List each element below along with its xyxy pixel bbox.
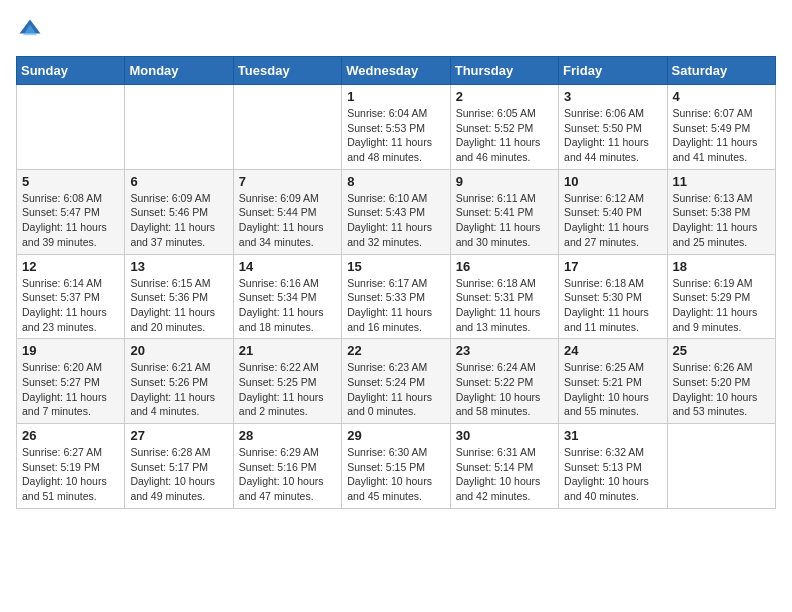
weekday-header-saturday: Saturday <box>667 57 775 85</box>
day-number: 26 <box>22 428 119 443</box>
weekday-header-wednesday: Wednesday <box>342 57 450 85</box>
day-info: Sunrise: 6:07 AM Sunset: 5:49 PM Dayligh… <box>673 106 770 165</box>
day-info: Sunrise: 6:32 AM Sunset: 5:13 PM Dayligh… <box>564 445 661 504</box>
calendar-week-row: 26Sunrise: 6:27 AM Sunset: 5:19 PM Dayli… <box>17 424 776 509</box>
calendar-day-13: 13Sunrise: 6:15 AM Sunset: 5:36 PM Dayli… <box>125 254 233 339</box>
day-number: 4 <box>673 89 770 104</box>
weekday-header-row: SundayMondayTuesdayWednesdayThursdayFrid… <box>17 57 776 85</box>
calendar-day-26: 26Sunrise: 6:27 AM Sunset: 5:19 PM Dayli… <box>17 424 125 509</box>
day-number: 17 <box>564 259 661 274</box>
empty-cell <box>125 85 233 170</box>
calendar-table: SundayMondayTuesdayWednesdayThursdayFrid… <box>16 56 776 509</box>
calendar-day-19: 19Sunrise: 6:20 AM Sunset: 5:27 PM Dayli… <box>17 339 125 424</box>
calendar-day-30: 30Sunrise: 6:31 AM Sunset: 5:14 PM Dayli… <box>450 424 558 509</box>
calendar-day-25: 25Sunrise: 6:26 AM Sunset: 5:20 PM Dayli… <box>667 339 775 424</box>
calendar-day-28: 28Sunrise: 6:29 AM Sunset: 5:16 PM Dayli… <box>233 424 341 509</box>
day-info: Sunrise: 6:30 AM Sunset: 5:15 PM Dayligh… <box>347 445 444 504</box>
day-number: 25 <box>673 343 770 358</box>
day-info: Sunrise: 6:15 AM Sunset: 5:36 PM Dayligh… <box>130 276 227 335</box>
day-number: 20 <box>130 343 227 358</box>
day-info: Sunrise: 6:28 AM Sunset: 5:17 PM Dayligh… <box>130 445 227 504</box>
calendar-day-29: 29Sunrise: 6:30 AM Sunset: 5:15 PM Dayli… <box>342 424 450 509</box>
day-info: Sunrise: 6:29 AM Sunset: 5:16 PM Dayligh… <box>239 445 336 504</box>
empty-cell <box>233 85 341 170</box>
calendar-day-12: 12Sunrise: 6:14 AM Sunset: 5:37 PM Dayli… <box>17 254 125 339</box>
day-number: 18 <box>673 259 770 274</box>
day-info: Sunrise: 6:14 AM Sunset: 5:37 PM Dayligh… <box>22 276 119 335</box>
weekday-header-friday: Friday <box>559 57 667 85</box>
day-number: 11 <box>673 174 770 189</box>
weekday-header-thursday: Thursday <box>450 57 558 85</box>
day-number: 9 <box>456 174 553 189</box>
day-number: 14 <box>239 259 336 274</box>
calendar-week-row: 1Sunrise: 6:04 AM Sunset: 5:53 PM Daylig… <box>17 85 776 170</box>
day-info: Sunrise: 6:18 AM Sunset: 5:30 PM Dayligh… <box>564 276 661 335</box>
calendar-week-row: 12Sunrise: 6:14 AM Sunset: 5:37 PM Dayli… <box>17 254 776 339</box>
calendar-day-2: 2Sunrise: 6:05 AM Sunset: 5:52 PM Daylig… <box>450 85 558 170</box>
logo <box>16 16 48 44</box>
calendar-day-22: 22Sunrise: 6:23 AM Sunset: 5:24 PM Dayli… <box>342 339 450 424</box>
day-info: Sunrise: 6:19 AM Sunset: 5:29 PM Dayligh… <box>673 276 770 335</box>
calendar-week-row: 19Sunrise: 6:20 AM Sunset: 5:27 PM Dayli… <box>17 339 776 424</box>
calendar-day-9: 9Sunrise: 6:11 AM Sunset: 5:41 PM Daylig… <box>450 169 558 254</box>
calendar-day-11: 11Sunrise: 6:13 AM Sunset: 5:38 PM Dayli… <box>667 169 775 254</box>
calendar-day-4: 4Sunrise: 6:07 AM Sunset: 5:49 PM Daylig… <box>667 85 775 170</box>
calendar-day-3: 3Sunrise: 6:06 AM Sunset: 5:50 PM Daylig… <box>559 85 667 170</box>
day-number: 30 <box>456 428 553 443</box>
day-number: 21 <box>239 343 336 358</box>
day-number: 13 <box>130 259 227 274</box>
day-info: Sunrise: 6:11 AM Sunset: 5:41 PM Dayligh… <box>456 191 553 250</box>
day-info: Sunrise: 6:24 AM Sunset: 5:22 PM Dayligh… <box>456 360 553 419</box>
day-info: Sunrise: 6:25 AM Sunset: 5:21 PM Dayligh… <box>564 360 661 419</box>
day-number: 23 <box>456 343 553 358</box>
day-number: 28 <box>239 428 336 443</box>
calendar-day-23: 23Sunrise: 6:24 AM Sunset: 5:22 PM Dayli… <box>450 339 558 424</box>
empty-cell <box>667 424 775 509</box>
day-info: Sunrise: 6:10 AM Sunset: 5:43 PM Dayligh… <box>347 191 444 250</box>
weekday-header-monday: Monday <box>125 57 233 85</box>
day-number: 29 <box>347 428 444 443</box>
day-info: Sunrise: 6:16 AM Sunset: 5:34 PM Dayligh… <box>239 276 336 335</box>
day-info: Sunrise: 6:20 AM Sunset: 5:27 PM Dayligh… <box>22 360 119 419</box>
day-info: Sunrise: 6:09 AM Sunset: 5:46 PM Dayligh… <box>130 191 227 250</box>
day-info: Sunrise: 6:13 AM Sunset: 5:38 PM Dayligh… <box>673 191 770 250</box>
weekday-header-tuesday: Tuesday <box>233 57 341 85</box>
day-number: 5 <box>22 174 119 189</box>
day-number: 12 <box>22 259 119 274</box>
calendar-week-row: 5Sunrise: 6:08 AM Sunset: 5:47 PM Daylig… <box>17 169 776 254</box>
calendar-day-6: 6Sunrise: 6:09 AM Sunset: 5:46 PM Daylig… <box>125 169 233 254</box>
day-number: 2 <box>456 89 553 104</box>
day-number: 24 <box>564 343 661 358</box>
calendar-day-8: 8Sunrise: 6:10 AM Sunset: 5:43 PM Daylig… <box>342 169 450 254</box>
day-number: 7 <box>239 174 336 189</box>
calendar-day-10: 10Sunrise: 6:12 AM Sunset: 5:40 PM Dayli… <box>559 169 667 254</box>
calendar-day-20: 20Sunrise: 6:21 AM Sunset: 5:26 PM Dayli… <box>125 339 233 424</box>
day-number: 8 <box>347 174 444 189</box>
day-number: 19 <box>22 343 119 358</box>
day-info: Sunrise: 6:18 AM Sunset: 5:31 PM Dayligh… <box>456 276 553 335</box>
empty-cell <box>17 85 125 170</box>
day-number: 1 <box>347 89 444 104</box>
day-info: Sunrise: 6:08 AM Sunset: 5:47 PM Dayligh… <box>22 191 119 250</box>
calendar-day-15: 15Sunrise: 6:17 AM Sunset: 5:33 PM Dayli… <box>342 254 450 339</box>
day-info: Sunrise: 6:21 AM Sunset: 5:26 PM Dayligh… <box>130 360 227 419</box>
day-number: 16 <box>456 259 553 274</box>
calendar-day-16: 16Sunrise: 6:18 AM Sunset: 5:31 PM Dayli… <box>450 254 558 339</box>
calendar-day-17: 17Sunrise: 6:18 AM Sunset: 5:30 PM Dayli… <box>559 254 667 339</box>
day-number: 22 <box>347 343 444 358</box>
day-info: Sunrise: 6:09 AM Sunset: 5:44 PM Dayligh… <box>239 191 336 250</box>
day-info: Sunrise: 6:06 AM Sunset: 5:50 PM Dayligh… <box>564 106 661 165</box>
calendar-day-27: 27Sunrise: 6:28 AM Sunset: 5:17 PM Dayli… <box>125 424 233 509</box>
calendar-day-31: 31Sunrise: 6:32 AM Sunset: 5:13 PM Dayli… <box>559 424 667 509</box>
day-info: Sunrise: 6:05 AM Sunset: 5:52 PM Dayligh… <box>456 106 553 165</box>
day-info: Sunrise: 6:26 AM Sunset: 5:20 PM Dayligh… <box>673 360 770 419</box>
calendar-day-7: 7Sunrise: 6:09 AM Sunset: 5:44 PM Daylig… <box>233 169 341 254</box>
day-info: Sunrise: 6:31 AM Sunset: 5:14 PM Dayligh… <box>456 445 553 504</box>
day-number: 3 <box>564 89 661 104</box>
day-number: 31 <box>564 428 661 443</box>
day-info: Sunrise: 6:27 AM Sunset: 5:19 PM Dayligh… <box>22 445 119 504</box>
day-number: 27 <box>130 428 227 443</box>
calendar-day-1: 1Sunrise: 6:04 AM Sunset: 5:53 PM Daylig… <box>342 85 450 170</box>
weekday-header-sunday: Sunday <box>17 57 125 85</box>
day-info: Sunrise: 6:22 AM Sunset: 5:25 PM Dayligh… <box>239 360 336 419</box>
